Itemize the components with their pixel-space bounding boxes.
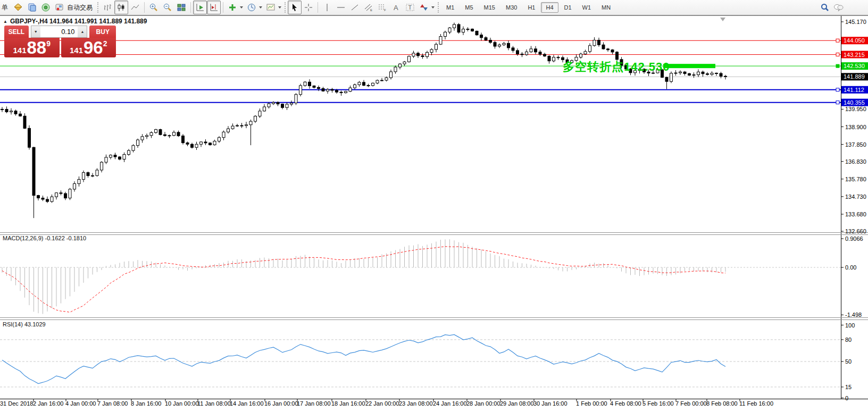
fibonacci-tool-icon[interactable]: F <box>375 1 389 14</box>
svg-text:0: 0 <box>845 395 848 401</box>
svg-text:139.950: 139.950 <box>845 106 866 112</box>
timeframe-w1[interactable]: W1 <box>578 2 596 13</box>
arrows-dropdown-caret[interactable] <box>431 6 435 9</box>
toolbar-grip[interactable] <box>285 2 286 13</box>
svg-text:100: 100 <box>845 322 855 329</box>
macd-indicator-label: MACD(12,26,9) -0.1622 -0.1810 <box>3 235 86 241</box>
tile-windows-icon[interactable] <box>174 1 188 14</box>
chart-canvas[interactable]: 145.170139.950138.900137.850136.830135.7… <box>0 0 868 412</box>
svg-text:144.050: 144.050 <box>844 37 865 44</box>
arrows-tool-icon[interactable] <box>417 1 431 14</box>
equidistant-channel-tool-icon[interactable]: E <box>362 1 375 14</box>
scroll-to-end-marker <box>720 18 725 21</box>
svg-text:80: 80 <box>845 337 852 343</box>
svg-text:141.889: 141.889 <box>844 73 865 80</box>
buy-price-pip: 2 <box>103 39 107 48</box>
bar-chart-type-icon[interactable] <box>101 1 114 14</box>
svg-text:7 Jan 08:00: 7 Jan 08:00 <box>97 400 128 407</box>
candlestick-chart-type-icon[interactable] <box>114 1 128 14</box>
chart-title-text: GBPJPY-,H4 141.964 141.991 141.889 141.8… <box>10 18 147 25</box>
rsi-indicator-label: RSI(14) 43.1029 <box>3 321 46 327</box>
data-window-icon[interactable] <box>39 1 53 14</box>
volume-input[interactable] <box>40 26 78 37</box>
timeframe-m1[interactable]: M1 <box>441 2 459 13</box>
text-tool-icon[interactable]: A <box>389 1 403 14</box>
svg-text:2 Jan 16:00: 2 Jan 16:00 <box>33 400 64 407</box>
zoom-in-icon[interactable] <box>147 1 161 14</box>
sell-price-prefix: 141 <box>13 46 26 55</box>
market-watch-icon[interactable] <box>25 1 39 14</box>
buy-price-big: 96 <box>84 38 103 57</box>
timeframe-h4[interactable]: H4 <box>541 2 558 13</box>
chat-icon[interactable] <box>832 1 846 14</box>
timeframe-m15[interactable]: M15 <box>479 2 500 13</box>
price-level-lines <box>0 39 841 104</box>
svg-text:8 Jan 16:00: 8 Jan 16:00 <box>131 400 162 407</box>
svg-text:136.830: 136.830 <box>845 158 866 165</box>
buy-button[interactable]: BUY <box>89 26 116 38</box>
svg-text:31 Dec 2018: 31 Dec 2018 <box>0 400 33 407</box>
horizontal-line-tool-icon[interactable] <box>334 1 348 14</box>
svg-text:5 Feb 16:00: 5 Feb 16:00 <box>642 400 674 407</box>
svg-text:30 Jan 16:00: 30 Jan 16:00 <box>533 400 567 407</box>
sell-price-display[interactable]: 141 88 9 <box>4 38 60 57</box>
toolbar-grip[interactable] <box>97 2 98 13</box>
auto-trading-icon[interactable] <box>53 1 66 14</box>
mt4-terminal-window: { "toolbar": { "new_order_partial": "单",… <box>0 0 868 412</box>
toolbar-separator <box>190 2 191 13</box>
svg-text:16 Jan 00:00: 16 Jan 00:00 <box>264 400 298 407</box>
vertical-line-tool-icon[interactable] <box>320 1 334 14</box>
search-icon[interactable] <box>818 1 832 14</box>
svg-text:7 Feb 00:00: 7 Feb 00:00 <box>675 400 707 407</box>
svg-text:8 Feb 08:00: 8 Feb 08:00 <box>706 400 738 407</box>
buy-price-display[interactable]: 141 96 2 <box>61 38 116 57</box>
svg-text:24 Jan 16:00: 24 Jan 16:00 <box>433 400 467 407</box>
timeframe-h1[interactable]: H1 <box>523 2 540 13</box>
indicators-dropdown-caret[interactable] <box>240 6 243 9</box>
cursor-tool-icon[interactable] <box>288 1 302 14</box>
rsi-line <box>2 334 725 383</box>
volume-increase-button[interactable]: ▲ <box>78 26 87 37</box>
periods-clock-icon[interactable] <box>245 1 258 14</box>
line-chart-type-icon[interactable] <box>128 1 142 14</box>
svg-text:A: A <box>394 4 398 12</box>
chart-ohlc-header: ▲ GBPJPY-,H4 141.964 141.991 141.889 141… <box>3 18 147 25</box>
svg-text:4 Jan 00:00: 4 Jan 00:00 <box>65 400 96 407</box>
svg-text:15: 15 <box>845 384 852 390</box>
price-axis[interactable]: 145.170139.950138.900137.850136.830135.7… <box>841 19 868 234</box>
timeframe-mn[interactable]: MN <box>597 2 615 13</box>
timeframe-m5[interactable]: M5 <box>460 2 478 13</box>
svg-text:134.730: 134.730 <box>845 194 866 200</box>
volume-decrease-button[interactable]: ▼ <box>31 26 40 37</box>
svg-text:29 Jan 08:00: 29 Jan 08:00 <box>500 400 534 407</box>
auto-trading-label[interactable]: 自动交易 <box>67 3 93 12</box>
svg-text:50: 50 <box>845 358 852 365</box>
crosshair-tool-icon[interactable] <box>302 1 315 14</box>
periods-dropdown-caret[interactable] <box>259 6 262 9</box>
zoom-out-icon[interactable] <box>161 1 174 14</box>
market-gold-icon[interactable] <box>11 1 25 14</box>
new-order-label-partial[interactable]: 单 <box>2 3 8 12</box>
svg-text:137.850: 137.850 <box>845 141 866 148</box>
auto-scroll-icon[interactable] <box>193 1 207 14</box>
time-axis[interactable]: 31 Dec 20182 Jan 16:004 Jan 00:007 Jan 0… <box>0 399 773 407</box>
svg-text:E: E <box>370 9 372 12</box>
svg-text:132.660: 132.660 <box>845 228 866 234</box>
volume-stepper: ▼ ▲ <box>31 26 88 38</box>
templates-dropdown-caret[interactable] <box>278 6 281 9</box>
indicators-icon[interactable] <box>226 1 239 14</box>
toolbar-separator <box>318 2 318 13</box>
text-label-tool-icon[interactable]: T <box>403 1 417 14</box>
toolbar-separator <box>144 2 145 13</box>
trendline-tool-icon[interactable] <box>348 1 362 14</box>
chart-shift-icon[interactable] <box>207 1 221 14</box>
svg-text:23 Jan 08:00: 23 Jan 08:00 <box>399 400 433 407</box>
svg-text:4 Feb 08:00: 4 Feb 08:00 <box>610 400 641 407</box>
collapse-panel-icon[interactable]: ▲ <box>3 19 7 24</box>
toolbar-grip[interactable] <box>438 2 439 13</box>
templates-icon[interactable] <box>264 1 278 14</box>
svg-text:F: F <box>384 9 386 12</box>
timeframe-m30[interactable]: M30 <box>501 2 522 13</box>
sell-button[interactable]: SELL <box>4 26 29 38</box>
timeframe-d1[interactable]: D1 <box>560 2 577 13</box>
